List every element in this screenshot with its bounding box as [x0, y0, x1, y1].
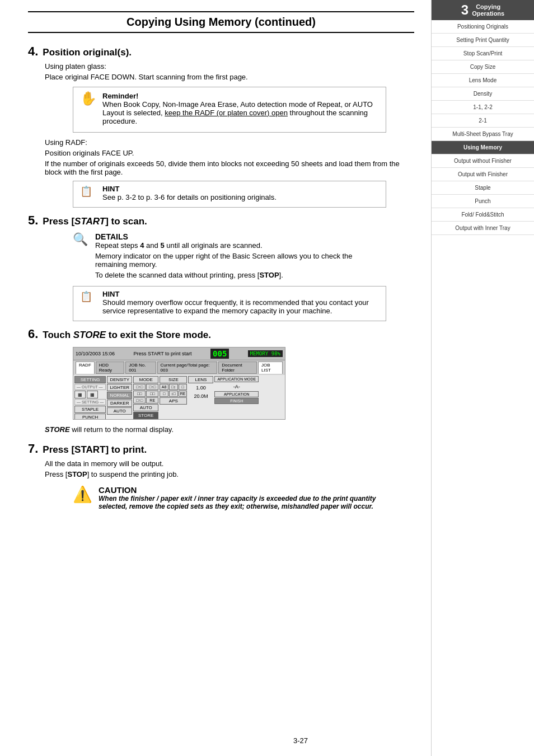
step4-title: Position original(s). — [43, 47, 132, 58]
step4-body: Using platen glass: Place original FACE … — [45, 62, 414, 208]
screen-btn-appmode: APPLICATION MODE — [214, 376, 259, 382]
details-line2: Memory indicator on the upper right of t… — [95, 252, 386, 269]
screen-zoom-val: 20.0M — [188, 392, 213, 400]
hint-box-step5: 📋 HINT Should memory overflow occur freq… — [73, 286, 386, 321]
hint-title-step5: HINT — [102, 290, 379, 298]
sidebar-chapter: 3 Copying Operations — [432, 0, 534, 20]
step7-heading: 7. Press [START] to print. — [28, 442, 414, 456]
step6-title: Touch STORE to exit the Store mode. — [43, 330, 211, 341]
page-number: 3-27 — [293, 736, 308, 745]
step4-sub1: Using platen glass: — [45, 62, 414, 71]
sidebar-item-fold[interactable]: Fold/ Fold&Stitch — [432, 208, 534, 222]
step4-heading: 4. Position original(s). — [28, 44, 414, 59]
screen-size-col: SIZE A8 □↕ □ □ ↕□ RE APS — [160, 376, 187, 420]
page-title: Copying Using Memory (continued) — [28, 11, 414, 33]
step6-num: 6. — [28, 327, 38, 341]
screen-memory: MEMORY 98% — [248, 350, 283, 357]
details-title: DETAILS — [95, 232, 386, 241]
screen-btn-auto2: AUTO — [133, 404, 158, 411]
screen-mode-btn4: □□ — [146, 391, 158, 397]
screen-mode-btn5: □↑□ — [133, 397, 146, 403]
sidebar-item-1-1-2-2[interactable]: 1-1, 2-2 — [432, 101, 534, 114]
reminder-icon: ✋ — [80, 92, 97, 105]
step7-title: Press [START] to print. — [43, 444, 147, 456]
screen-btn-lighter: LIGHTER — [107, 384, 132, 391]
step6-screen-area: 10/10/2003 15:06 Press START to print st… — [45, 347, 414, 434]
sidebar-item-stop-scan[interactable]: Stop Scan/Print — [432, 47, 534, 60]
step4-sub3: Using RADF: — [45, 138, 414, 147]
screen-btn-aps: APS — [160, 397, 187, 405]
screen-left-col: SETTING — OUTPUT — ▦ ▦ — SETTING — STAPL… — [74, 376, 106, 420]
screen-btn-punch: PUNCH — [74, 414, 106, 420]
screen-btn-finish: FINISH — [214, 398, 259, 404]
screen-mode-btn3: □□ — [133, 391, 146, 397]
step4-num: 4. — [28, 44, 38, 59]
sidebar-item-lens-mode[interactable]: Lens Mode — [432, 74, 534, 87]
screen-mode-btn1: □↑□ — [133, 384, 146, 390]
screen-start-msg: Press START to print start — [134, 351, 192, 356]
screen-btn-staple: STAPLE — [74, 406, 106, 413]
screen-mid-col: DENSITY LIGHTER NORMAL DARKER AUTO — [107, 376, 132, 420]
screen-output-icons: ▦ ▦ — [74, 391, 106, 398]
sidebar-item-2-1[interactable]: 2-1 — [432, 114, 534, 128]
main-content: Copying Using Memory (continued) 4. Posi… — [0, 0, 431, 756]
screen-tab-radf: RADF — [76, 361, 95, 374]
sidebar-item-density[interactable]: Density — [432, 87, 534, 101]
screen-mode-btn6: RE — [146, 397, 158, 403]
sidebar-item-output-without-finisher[interactable]: Output without Finisher — [432, 154, 534, 168]
sidebar-item-staple[interactable]: Staple — [432, 181, 534, 195]
caution-text: When the finisher / paper exit / inner t… — [99, 495, 386, 510]
sidebar-chapter-line1: Copying — [472, 3, 504, 10]
details-line3: To delete the scanned data without print… — [95, 271, 386, 279]
step5-body: 🔍 DETAILS Repeat steps 4 and 5 until all… — [45, 232, 414, 321]
details-content: DETAILS Repeat steps 4 and 5 until all o… — [95, 232, 386, 281]
screen-icon1: ▦ — [74, 391, 86, 398]
screen-lens-col: LENS 1.00 20.0M — [188, 376, 213, 420]
screen-tab-pages: Current page/Total page: 003 — [157, 361, 218, 374]
sidebar-item-print-qty[interactable]: Setting Print Quantity — [432, 34, 534, 47]
caution-icon: ⚠️ — [73, 485, 93, 504]
screen-output-label: — OUTPUT — — [74, 384, 106, 390]
screen-size-btn3: □ — [179, 384, 188, 390]
screen-app-col: APPLICATION MODE -A- APPLICATION FINISH — [214, 376, 259, 420]
details-box: 🔍 DETAILS Repeat steps 4 and 5 until all… — [73, 232, 386, 281]
screen-tab-jobno: JOB No. 001 — [125, 361, 156, 374]
details-icon: 🔍 — [73, 232, 90, 247]
screen-app-sym: -A- — [214, 383, 259, 391]
screen-tab-hdd: HDD Ready — [96, 361, 124, 374]
screen-size-grid: A8 □↕ □ □ ↕□ RE — [160, 384, 187, 397]
screen-size-btn6: RE — [179, 391, 188, 397]
sidebar-item-positioning[interactable]: Positioning Originals — [432, 20, 534, 34]
sidebar-item-output-with-finisher[interactable]: Output with Finisher — [432, 168, 534, 181]
screen-btn-darker: DARKER — [107, 400, 132, 407]
step4-sub4: Position originals FACE UP. — [45, 149, 414, 157]
screen-size-btn1: A8 — [160, 384, 168, 390]
screen-time: 10/10/2003 15:06 — [76, 351, 115, 356]
screen-top-bar: 10/10/2003 15:06 Press START to print st… — [73, 348, 285, 360]
screen-icon2: ▦ — [87, 391, 98, 398]
hint-box-step4: 📋 HINT See p. 3-2 to p. 3-6 for details … — [73, 181, 386, 208]
sidebar-item-using-memory[interactable]: Using Memory — [432, 141, 534, 154]
screen-btn-auto: AUTO — [107, 407, 132, 415]
step7-num: 7. — [28, 442, 38, 456]
screen-btn-app: APPLICATION — [214, 391, 259, 397]
caution-title: CAUTION — [99, 485, 386, 495]
sidebar-item-inner-tray[interactable]: Output with Inner Tray — [432, 222, 534, 235]
screen-counter: 005 — [210, 349, 229, 359]
sidebar-item-punch[interactable]: Punch — [432, 195, 534, 208]
screen-body: SETTING — OUTPUT — ▦ ▦ — SETTING — STAPL… — [73, 375, 285, 420]
screen-tab-docfolder: Document Folder — [218, 361, 257, 374]
step7-line2: Press [STOP] to suspend the printing job… — [45, 470, 414, 478]
screen-btn-normal: NORMAL — [107, 392, 132, 399]
sidebar-item-bypass-tray[interactable]: Multi-Sheet Bypass Tray — [432, 128, 534, 141]
screen-mode-col: MODE □↑□ □↑□ □□ □□ □↑□ RE AUTO STORE — [133, 376, 158, 420]
screen-size-btn4: □ — [160, 391, 168, 397]
step5-num: 5. — [28, 213, 38, 228]
reminder-box: ✋ Reminder! When Book Copy, Non-Image Ar… — [73, 87, 386, 133]
reminder-text: When Book Copy, Non-Image Area Erase, Au… — [102, 100, 379, 125]
step5-heading: 5. Press [START] to scan. — [28, 213, 414, 228]
sidebar-item-copy-size[interactable]: Copy Size — [432, 60, 534, 74]
hint-content-step4: HINT See p. 3-2 to p. 3-6 for details on… — [102, 185, 277, 204]
step5-title: Press [START] to scan. — [43, 216, 147, 227]
screen-mode-grid: □↑□ □↑□ □□ □□ □↑□ RE — [133, 384, 158, 403]
